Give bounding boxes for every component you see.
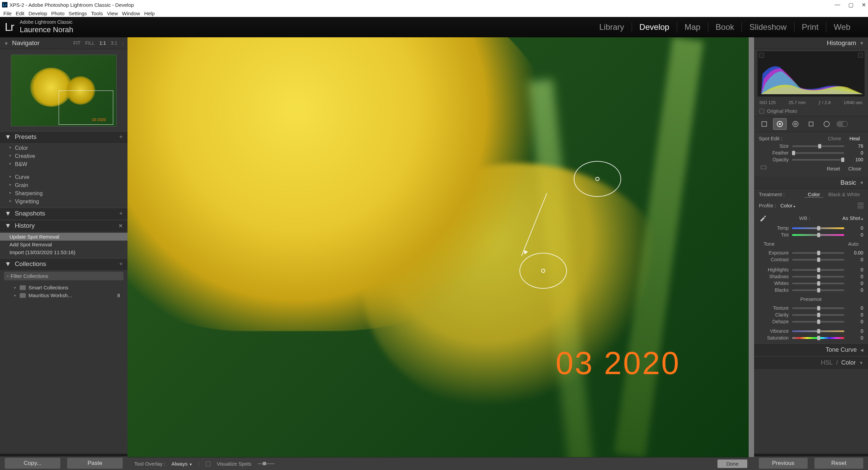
spot-reset-button[interactable]: Reset bbox=[827, 166, 840, 171]
whites-slider[interactable]: Whites0 bbox=[759, 280, 863, 287]
basic-header[interactable]: Basic ▼ bbox=[754, 177, 868, 189]
history-step[interactable]: Update Spot Removal bbox=[0, 233, 127, 241]
module-print[interactable]: Print bbox=[794, 22, 826, 32]
clarity-slider[interactable]: Clarity0 bbox=[759, 311, 863, 318]
preset-group-bw[interactable]: B&W bbox=[0, 160, 127, 168]
shadows-slider[interactable]: Shadows0 bbox=[759, 273, 863, 280]
clipping-highlights-icon[interactable] bbox=[858, 53, 863, 58]
dehaze-slider[interactable]: Dehaze0 bbox=[759, 318, 863, 325]
radial-filter-icon[interactable] bbox=[820, 118, 833, 130]
tone-curve-header[interactable]: Tone Curve ◀ bbox=[754, 343, 868, 356]
previous-button[interactable]: Previous bbox=[759, 458, 808, 469]
history-header[interactable]: ▼ History ✕ bbox=[0, 220, 127, 231]
hsl-color-header[interactable]: HSL/ Color ▼ bbox=[754, 356, 868, 369]
module-web[interactable]: Web bbox=[826, 22, 858, 32]
mode-clone[interactable]: Clone bbox=[825, 136, 845, 141]
vibrance-slider[interactable]: Vibrance0 bbox=[759, 328, 863, 334]
done-button[interactable]: Done bbox=[717, 459, 747, 468]
visualize-spots-checkbox[interactable] bbox=[206, 462, 211, 466]
clear-history-icon[interactable]: ✕ bbox=[118, 223, 123, 229]
copy-button[interactable]: Copy... bbox=[5, 458, 60, 469]
filter-collections-input[interactable]: ◦ Filter Collections bbox=[4, 272, 123, 280]
pin-toggle-icon[interactable] bbox=[761, 166, 766, 169]
add-collection-icon[interactable]: + bbox=[119, 261, 123, 268]
auto-tone-button[interactable]: Auto bbox=[848, 241, 859, 247]
module-map[interactable]: Map bbox=[677, 22, 708, 32]
zoom-more-icon[interactable]: : bbox=[122, 40, 123, 46]
zoom-1-1[interactable]: 1:1 bbox=[99, 40, 106, 46]
temp-slider[interactable]: Temp0 bbox=[759, 225, 863, 231]
close-icon[interactable]: ✕ bbox=[862, 2, 866, 8]
collections-header[interactable]: ▼ Collections + bbox=[0, 258, 127, 270]
treatment-color[interactable]: Color bbox=[805, 191, 824, 198]
spot-close-button[interactable]: Close bbox=[848, 166, 861, 171]
histogram-header[interactable]: Histogram ▼ bbox=[754, 37, 868, 49]
graduated-filter-icon[interactable] bbox=[804, 118, 818, 130]
tool-overlay-dropdown[interactable]: Always ▼ bbox=[172, 461, 193, 467]
zoom-3-1[interactable]: 3:1 bbox=[111, 40, 117, 46]
menu-view[interactable]: View bbox=[106, 11, 119, 16]
history-step[interactable]: Import (13/03/2020 11:53:16) bbox=[0, 248, 127, 256]
add-snapshot-icon[interactable]: + bbox=[119, 210, 123, 217]
crop-tool-icon[interactable] bbox=[757, 118, 771, 130]
profile-dropdown[interactable]: Color ▸ bbox=[780, 203, 795, 208]
feather-slider[interactable]: Feather 0 bbox=[759, 149, 863, 156]
menu-file[interactable]: File bbox=[2, 11, 13, 16]
presets-header[interactable]: ▼ Presets + bbox=[0, 131, 127, 143]
menu-window[interactable]: Window bbox=[121, 11, 141, 16]
snapshots-header[interactable]: ▼ Snapshots + bbox=[0, 208, 127, 219]
contrast-slider[interactable]: Contrast0 bbox=[759, 256, 863, 263]
redeye-tool-icon[interactable] bbox=[789, 118, 802, 130]
wb-preset-dropdown[interactable]: As Shot ▸ bbox=[842, 215, 863, 221]
module-slideshow[interactable]: Slideshow bbox=[742, 22, 794, 32]
spot-destination-marker[interactable] bbox=[519, 253, 567, 289]
menu-develop[interactable]: Develop bbox=[27, 11, 48, 16]
zoom-fill[interactable]: FILL bbox=[85, 40, 95, 46]
menu-edit[interactable]: Edit bbox=[14, 11, 26, 16]
highlights-slider[interactable]: Highlights0 bbox=[759, 266, 863, 273]
saturation-slider[interactable]: Saturation0 bbox=[759, 334, 863, 341]
module-book[interactable]: Book bbox=[708, 22, 742, 32]
navigator-thumbnail[interactable]: 03 2020 bbox=[11, 55, 117, 126]
collection-smart[interactable]: Smart Collections bbox=[0, 284, 127, 291]
tint-slider[interactable]: Tint0 bbox=[759, 231, 863, 238]
reset-button[interactable]: Reset bbox=[814, 458, 863, 469]
image-canvas[interactable]: 03 2020 bbox=[127, 37, 749, 457]
menu-tools[interactable]: Tools bbox=[90, 11, 104, 16]
menu-settings[interactable]: Settings bbox=[67, 11, 88, 16]
size-slider[interactable]: Size 76 bbox=[759, 143, 863, 149]
original-photo-toggle[interactable]: Original Photo bbox=[754, 106, 868, 116]
mode-heal[interactable]: Heal bbox=[846, 136, 863, 141]
spot-removal-tool-icon[interactable] bbox=[773, 118, 787, 130]
menu-help[interactable]: Help bbox=[143, 11, 156, 16]
paste-button[interactable]: Paste bbox=[67, 458, 123, 469]
visualize-threshold-slider[interactable] bbox=[258, 463, 275, 464]
profile-browser-icon[interactable] bbox=[858, 203, 863, 208]
adjustment-brush-icon[interactable] bbox=[835, 118, 849, 130]
module-develop[interactable]: Develop bbox=[632, 22, 677, 32]
eyedropper-icon[interactable] bbox=[759, 214, 767, 222]
preset-group-curve[interactable]: Curve bbox=[0, 173, 127, 181]
histogram[interactable] bbox=[757, 51, 865, 97]
navigator-header[interactable]: ▼ Navigator FIT FILL 1:1 3:1 : bbox=[0, 37, 127, 49]
maximize-icon[interactable]: ▢ bbox=[848, 2, 853, 8]
treatment-bw[interactable]: Black & White bbox=[825, 191, 863, 197]
preset-group-color[interactable]: Color bbox=[0, 144, 127, 152]
zoom-fit[interactable]: FIT bbox=[73, 40, 80, 46]
minimize-icon[interactable]: — bbox=[835, 2, 840, 8]
preset-group-vignetting[interactable]: Vignetting bbox=[0, 198, 127, 206]
module-library[interactable]: Library bbox=[592, 22, 632, 32]
texture-slider[interactable]: Texture0 bbox=[759, 305, 863, 311]
opacity-slider[interactable]: Opacity 100 bbox=[759, 156, 863, 163]
exposure-slider[interactable]: Exposure0.00 bbox=[759, 249, 863, 256]
preset-group-creative[interactable]: Creative bbox=[0, 152, 127, 160]
menu-photo[interactable]: Photo bbox=[50, 11, 66, 16]
preset-group-grain[interactable]: Grain bbox=[0, 181, 127, 189]
spot-source-marker[interactable] bbox=[574, 161, 621, 197]
history-step[interactable]: Add Spot Removal bbox=[0, 241, 127, 248]
blacks-slider[interactable]: Blacks0 bbox=[759, 287, 863, 293]
add-preset-icon[interactable]: + bbox=[119, 134, 123, 141]
preset-group-sharpening[interactable]: Sharpening bbox=[0, 189, 127, 198]
clipping-shadows-icon[interactable] bbox=[759, 53, 764, 58]
collection-mauritius[interactable]: Mauritius Worksh... 8 bbox=[0, 291, 127, 299]
